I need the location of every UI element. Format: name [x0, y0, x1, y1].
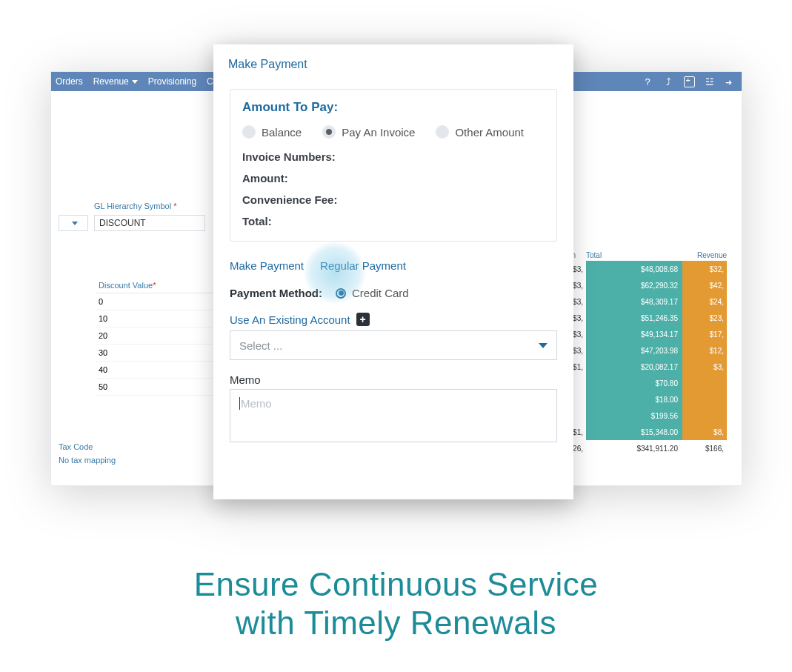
- tax-code-value: No tax mapping: [59, 456, 116, 465]
- discount-row[interactable]: 30: [96, 345, 214, 362]
- radio-icon: [336, 288, 346, 299]
- discount-row[interactable]: 10: [96, 310, 214, 327]
- amount-to-pay-section: Amount To Pay: Balance Pay An Invoice Ot…: [230, 89, 557, 242]
- radio-balance[interactable]: Balance: [242, 125, 302, 139]
- payment-method-label: Payment Method:: [230, 287, 322, 299]
- save-icon[interactable]: ☳: [703, 75, 716, 88]
- help-icon[interactable]: ?: [641, 75, 654, 88]
- tab-make-payment[interactable]: Make Payment: [230, 259, 304, 272]
- dropdown-toggle[interactable]: [59, 215, 88, 231]
- radio-icon: [322, 125, 336, 139]
- col-header-total: Total: [586, 251, 675, 259]
- modal-title: Make Payment: [213, 44, 573, 89]
- col-header-revenue: Revenue: [675, 251, 727, 259]
- logout-icon[interactable]: [724, 75, 737, 88]
- marketing-headline: Ensure Continuous Service with Timely Re…: [0, 565, 792, 642]
- nav-revenue[interactable]: Revenue: [93, 76, 138, 87]
- make-payment-modal: Make Payment Amount To Pay: Balance Pay …: [213, 44, 573, 499]
- tab-regular-payment[interactable]: Regular Payment: [320, 259, 406, 272]
- invoice-numbers-label: Invoice Numbers:: [242, 150, 545, 163]
- discount-row[interactable]: 0: [96, 293, 214, 310]
- radio-credit-card[interactable]: Credit Card: [336, 287, 409, 299]
- radio-icon: [436, 125, 449, 139]
- discount-row[interactable]: 40: [96, 362, 214, 379]
- radio-other-amount[interactable]: Other Amount: [436, 125, 524, 139]
- discount-row[interactable]: 20: [96, 327, 214, 345]
- add-account-button[interactable]: +: [356, 313, 370, 326]
- nav-orders[interactable]: Orders: [56, 76, 83, 87]
- memo-label: Memo: [230, 373, 557, 386]
- discount-row[interactable]: 50: [96, 379, 214, 396]
- account-select[interactable]: Select ...: [230, 330, 557, 360]
- convenience-fee-label: Convenience Fee:: [242, 193, 545, 206]
- upload-icon[interactable]: ⤴: [662, 75, 675, 88]
- memo-input[interactable]: Memo: [230, 389, 557, 442]
- radio-icon: [242, 125, 256, 139]
- chevron-down-icon: [72, 222, 78, 225]
- select-placeholder: Select ...: [239, 339, 282, 352]
- tax-code-label: Tax Code: [59, 442, 116, 451]
- memo-placeholder: Memo: [239, 397, 272, 410]
- chevron-down-icon: [539, 343, 548, 348]
- total-label: Total:: [242, 215, 545, 227]
- discount-value-header: Discount Value*: [96, 278, 214, 293]
- add-icon[interactable]: [682, 75, 696, 88]
- gl-hierarchy-label: GL Hierarchy Symbol *: [94, 202, 205, 210]
- gl-hierarchy-value[interactable]: DISCOUNT: [94, 215, 205, 231]
- amount-to-pay-heading: Amount To Pay:: [242, 100, 545, 115]
- chevron-down-icon: [132, 80, 138, 84]
- use-existing-account-label: Use An Existing Account: [230, 313, 350, 326]
- amount-label: Amount:: [242, 172, 545, 184]
- nav-provisioning[interactable]: Provisioning: [148, 76, 196, 87]
- radio-pay-invoice[interactable]: Pay An Invoice: [322, 125, 415, 139]
